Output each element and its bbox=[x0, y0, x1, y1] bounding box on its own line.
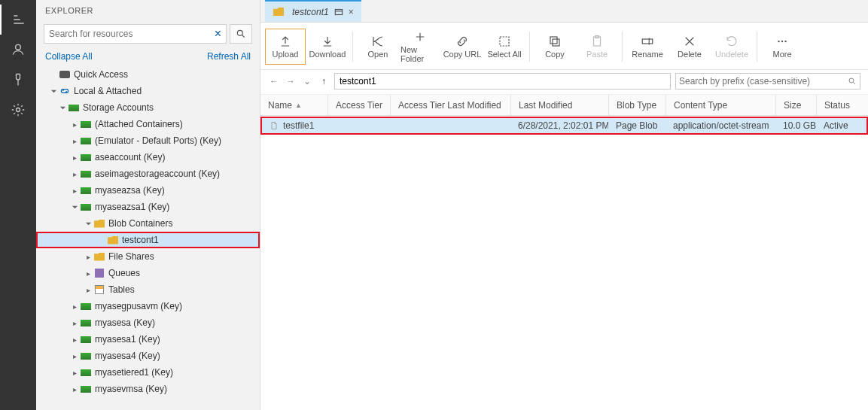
tree-myaseazsa1[interactable]: myaseazsa1 (Key) bbox=[36, 199, 260, 215]
open-button[interactable]: Open bbox=[358, 29, 398, 65]
prefix-search[interactable] bbox=[675, 73, 860, 90]
explorer-panel: EXPLORER × Collapse All Refresh All Quic… bbox=[36, 0, 260, 410]
rail-connect[interactable] bbox=[0, 65, 36, 95]
tree-aseimage[interactable]: ▸ aseimagestorageaccount (Key) bbox=[36, 166, 260, 182]
download-icon bbox=[321, 35, 334, 48]
tree-testcont1[interactable]: testcont1 bbox=[36, 232, 260, 248]
tree-file-shares[interactable]: ▸ File Shares bbox=[36, 248, 260, 265]
col-status[interactable]: Status bbox=[817, 95, 857, 115]
download-button[interactable]: Download bbox=[307, 29, 348, 65]
tree-myasesa[interactable]: ▸ myasesa (Key) bbox=[36, 314, 260, 331]
chevron-down-icon bbox=[85, 220, 92, 227]
tree-queues[interactable]: ▸ Queues bbox=[36, 265, 260, 281]
svg-point-2 bbox=[237, 30, 242, 35]
rail-settings[interactable] bbox=[0, 95, 36, 125]
nav-forward-icon[interactable]: → bbox=[285, 76, 297, 87]
activity-rail bbox=[0, 0, 36, 410]
tree-myaseazsa[interactable]: ▸ myaseazsa (Key) bbox=[36, 182, 260, 199]
upload-icon bbox=[279, 35, 292, 48]
col-last-modified[interactable]: Last Modified bbox=[511, 95, 609, 115]
file-icon bbox=[270, 120, 279, 131]
chevron-down-icon bbox=[72, 204, 78, 211]
link-icon bbox=[455, 35, 469, 48]
tree-attached-containers[interactable]: ▸ (Attached Containers) bbox=[36, 116, 260, 132]
col-name[interactable]: Name▲ bbox=[260, 95, 328, 115]
col-access-tier-last-modified[interactable]: Access Tier Last Modified bbox=[391, 95, 511, 115]
tree-myasegpusavm[interactable]: ▸ myasegpusavm (Key) bbox=[36, 298, 260, 314]
rename-icon bbox=[641, 35, 654, 48]
col-blob-type[interactable]: Blob Type bbox=[609, 95, 666, 115]
svg-point-11 bbox=[781, 41, 783, 42]
tree-myasetiered1[interactable]: ▸ myasetiered1 (Key) bbox=[36, 364, 260, 381]
new-folder-button[interactable]: New Folder bbox=[400, 29, 440, 65]
container-icon bbox=[333, 7, 344, 17]
cell-status: Active bbox=[816, 120, 849, 131]
svg-rect-9 bbox=[642, 39, 653, 44]
copy-url-button[interactable]: Copy URL bbox=[442, 29, 483, 65]
svg-point-13 bbox=[849, 78, 854, 83]
search-input-wrap[interactable]: × bbox=[44, 24, 227, 44]
col-content-type[interactable]: Content Type bbox=[666, 95, 776, 115]
col-size[interactable]: Size bbox=[776, 95, 817, 115]
collapse-all-link[interactable]: Collapse All bbox=[45, 51, 93, 62]
search-clear-icon[interactable]: × bbox=[215, 27, 221, 41]
refresh-all-link[interactable]: Refresh All bbox=[207, 51, 251, 62]
tree-myasesa1[interactable]: ▸ myasesa1 (Key) bbox=[36, 331, 260, 348]
tree-aseaccount[interactable]: ▸ aseaccount (Key) bbox=[36, 149, 260, 166]
svg-rect-6 bbox=[550, 37, 557, 44]
delete-icon bbox=[683, 35, 696, 48]
nav-up-icon[interactable]: ↑ bbox=[318, 76, 330, 87]
tree-myasevmsa[interactable]: ▸ myasevmsa (Key) bbox=[36, 381, 260, 397]
rail-account[interactable] bbox=[0, 35, 36, 65]
select-all-button[interactable]: Select All bbox=[484, 29, 525, 65]
svg-rect-5 bbox=[553, 39, 559, 46]
tab-close-icon[interactable]: × bbox=[349, 7, 354, 17]
tree-blob-containers[interactable]: Blob Containers bbox=[36, 215, 260, 232]
tree-local-attached[interactable]: Local & Attached bbox=[36, 83, 260, 99]
svg-rect-4 bbox=[500, 37, 509, 46]
upload-button[interactable]: Upload bbox=[265, 29, 306, 65]
svg-point-10 bbox=[778, 41, 779, 42]
plus-icon bbox=[413, 30, 427, 44]
rename-button[interactable]: Rename bbox=[627, 29, 668, 65]
chevron-down-icon bbox=[59, 105, 66, 111]
resource-tree: Quick Access Local & Attached Storage Ac… bbox=[36, 66, 260, 410]
tree-storage-accounts[interactable]: Storage Accounts bbox=[36, 99, 260, 116]
tree-quick-access[interactable]: Quick Access bbox=[36, 66, 260, 83]
svg-point-0 bbox=[16, 44, 21, 50]
explorer-title: EXPLORER bbox=[36, 0, 260, 24]
tree-tables[interactable]: ▸ Tables bbox=[36, 281, 260, 298]
cell-blob-type: Page Blob bbox=[608, 120, 665, 131]
copy-button[interactable]: Copy bbox=[535, 29, 575, 65]
nav-dropdown-icon[interactable]: ⌄ bbox=[301, 76, 313, 87]
svg-point-12 bbox=[784, 41, 786, 42]
nav-row: ← → ⌄ ↑ bbox=[260, 70, 868, 95]
search-input[interactable] bbox=[49, 29, 215, 39]
delete-button[interactable]: Delete bbox=[669, 29, 710, 65]
cell-last-modified: 6/28/2021, 2:02:01 PM bbox=[510, 120, 608, 131]
tree-myasesa4[interactable]: ▸ myasesa4 (Key) bbox=[36, 348, 260, 364]
search-icon bbox=[236, 29, 246, 39]
cell-name: testfile1 bbox=[283, 120, 314, 131]
nav-back-icon[interactable]: ← bbox=[268, 76, 280, 87]
svg-rect-3 bbox=[335, 9, 342, 14]
search-icon bbox=[848, 77, 857, 86]
table-row[interactable]: testfile1 6/28/2021, 2:02:01 PM Page Blo… bbox=[260, 117, 868, 135]
more-button[interactable]: More bbox=[762, 29, 803, 65]
col-access-tier[interactable]: Access Tier bbox=[328, 95, 391, 115]
grid-header: Name▲ Access Tier Access Tier Last Modif… bbox=[260, 95, 868, 116]
tab-title: testcont1 bbox=[292, 7, 329, 17]
main-area: testcont1 × Upload Download Open New Fol… bbox=[260, 0, 868, 410]
select-all-icon bbox=[498, 35, 511, 48]
rail-explorer[interactable] bbox=[0, 5, 36, 35]
undelete-icon bbox=[725, 35, 739, 48]
prefix-input[interactable] bbox=[679, 76, 848, 87]
toolbar: Upload Download Open New Folder Copy URL… bbox=[260, 23, 868, 70]
chevron-down-icon bbox=[50, 88, 57, 95]
path-input[interactable] bbox=[334, 73, 671, 90]
open-icon bbox=[371, 35, 385, 48]
tab-testcont1[interactable]: testcont1 × bbox=[265, 0, 361, 22]
tree-emulator[interactable]: ▸ (Emulator - Default Ports) (Key) bbox=[36, 132, 260, 149]
search-button[interactable] bbox=[230, 24, 252, 44]
undelete-button: Undelete bbox=[711, 29, 752, 65]
